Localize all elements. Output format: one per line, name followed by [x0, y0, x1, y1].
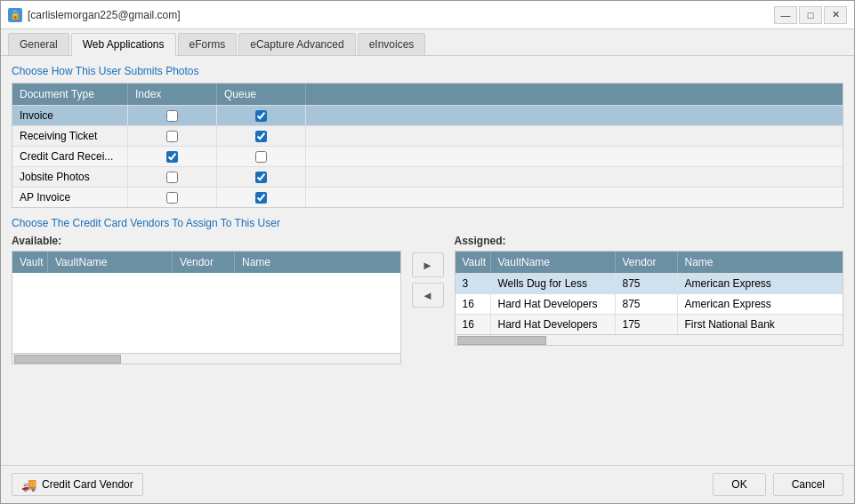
photos-table-wrapper: Document Type Index Queue Invoice: [12, 83, 843, 208]
tab-web-applications[interactable]: Web Applications: [71, 33, 176, 56]
table-row: Invoice: [12, 105, 843, 125]
index-cell: [128, 106, 217, 125]
assigned-vaultname: Wells Dug for Less: [491, 274, 616, 293]
title-bar-controls: — □ ✕: [774, 6, 847, 24]
receiving-queue-checkbox[interactable]: [255, 131, 267, 142]
assigned-vaultname: Hard Hat Developers: [491, 294, 616, 314]
table-row: Credit Card Recei...: [12, 146, 843, 166]
apinvoice-queue-checkbox[interactable]: [255, 192, 267, 204]
truck-icon: 🚚: [21, 477, 36, 492]
footer-right: OK Cancel: [713, 473, 843, 496]
assigned-vendor: 175: [616, 315, 678, 334]
vendors-section-label: Choose The Credit Card Vendors To Assign…: [12, 217, 843, 229]
cc-vendor-label: Credit Card Vendor: [42, 478, 133, 491]
assigned-col-vendor: Vendor: [616, 252, 678, 273]
assigned-scrollbar-thumb[interactable]: [457, 336, 546, 345]
cc-vendor-button[interactable]: 🚚 Credit Card Vendor: [12, 473, 143, 496]
assigned-panel: Assigned: Vault VaultName Vendor Name 3 …: [455, 235, 844, 346]
doc-type-cell: AP Invoice: [12, 188, 128, 207]
assigned-name: First National Bank: [678, 315, 843, 334]
queue-cell: [217, 106, 306, 125]
footer: 🚚 Credit Card Vendor OK Cancel: [1, 465, 854, 503]
minimize-button[interactable]: —: [774, 6, 797, 24]
table-row: Jobsite Photos: [12, 166, 843, 187]
assigned-scrollbar[interactable]: [455, 335, 844, 346]
title-bar: 🔒 [carlislemorgan225@gmail.com] — □ ✕: [1, 1, 854, 29]
assigned-label: Assigned:: [455, 235, 844, 247]
extra-cell: [306, 188, 843, 207]
close-button[interactable]: ✕: [824, 6, 847, 24]
transfer-buttons: ► ◄: [401, 252, 455, 308]
transfer-right-button[interactable]: ►: [412, 252, 444, 277]
doc-type-cell: Jobsite Photos: [12, 167, 128, 187]
vendor-panels: Available: Vault VaultName Vendor Name: [12, 235, 843, 456]
assigned-table-row[interactable]: 16 Hard Hat Developers 875 American Expr…: [456, 293, 843, 314]
index-cell: [128, 167, 217, 187]
available-scrollbar-thumb[interactable]: [14, 355, 121, 364]
extra-cell: [306, 126, 843, 146]
maximize-button[interactable]: □: [799, 6, 822, 24]
doc-type-cell: Credit Card Recei...: [12, 147, 128, 166]
vendors-section: Choose The Credit Card Vendors To Assign…: [12, 217, 843, 456]
assigned-table-row[interactable]: 16 Hard Hat Developers 175 First Nationa…: [456, 314, 843, 334]
assigned-vault: 3: [456, 274, 491, 293]
extra-cell: [306, 147, 843, 166]
col-queue: Queue: [217, 84, 306, 105]
avail-col-vendor: Vendor: [173, 252, 235, 273]
table-row: Receiving Ticket: [12, 125, 843, 146]
jobsite-index-checkbox[interactable]: [166, 172, 178, 183]
doc-type-cell: Receiving Ticket: [12, 126, 128, 146]
available-table-wrapper: Vault VaultName Vendor Name: [12, 251, 401, 354]
cancel-button[interactable]: Cancel: [773, 473, 843, 496]
transfer-left-button[interactable]: ◄: [412, 283, 444, 308]
assigned-vendor: 875: [616, 274, 678, 293]
col-empty: [306, 84, 843, 105]
assigned-vendor: 875: [616, 294, 678, 314]
assigned-table-header: Vault VaultName Vendor Name: [456, 252, 843, 273]
index-cell: [128, 188, 217, 207]
ok-button[interactable]: OK: [713, 473, 765, 496]
photos-table-header: Document Type Index Queue: [12, 84, 843, 105]
available-scrollbar[interactable]: [12, 354, 401, 364]
tab-einvoices[interactable]: eInvoices: [358, 33, 426, 55]
assigned-table-row[interactable]: 3 Wells Dug for Less 875 American Expres…: [456, 273, 843, 293]
photos-section: Choose How This User Submits Photos Docu…: [12, 65, 843, 208]
ccrecei-index-checkbox[interactable]: [166, 151, 178, 163]
assigned-col-name: Name: [678, 252, 843, 273]
table-row: AP Invoice: [12, 187, 843, 207]
main-content: Choose How This User Submits Photos Docu…: [1, 56, 854, 465]
apinvoice-index-checkbox[interactable]: [166, 192, 178, 204]
assigned-name: American Express: [678, 274, 843, 293]
assigned-name: American Express: [678, 294, 843, 314]
window-title: [carlislemorgan225@gmail.com]: [28, 9, 774, 21]
doc-type-cell: Invoice: [12, 106, 128, 125]
tab-general[interactable]: General: [8, 33, 69, 55]
receiving-index-checkbox[interactable]: [166, 131, 178, 142]
assigned-vaultname: Hard Hat Developers: [491, 315, 616, 334]
photos-section-label: Choose How This User Submits Photos: [12, 65, 843, 77]
tab-eforms[interactable]: eForms: [178, 33, 238, 55]
col-doc-type: Document Type: [12, 84, 128, 105]
main-window: 🔒 [carlislemorgan225@gmail.com] — □ ✕ Ge…: [0, 0, 855, 504]
footer-left: 🚚 Credit Card Vendor: [12, 473, 143, 496]
avail-col-name: Name: [235, 252, 400, 273]
index-cell: [128, 147, 217, 166]
invoice-queue-checkbox[interactable]: [255, 110, 267, 122]
available-label: Available:: [12, 235, 401, 247]
invoice-index-checkbox[interactable]: [166, 110, 178, 122]
available-panel: Available: Vault VaultName Vendor Name: [12, 235, 401, 364]
queue-cell: [217, 167, 306, 187]
jobsite-queue-checkbox[interactable]: [255, 172, 267, 183]
ccrecei-queue-checkbox[interactable]: [255, 151, 267, 163]
col-index: Index: [128, 84, 217, 105]
extra-cell: [306, 167, 843, 187]
assigned-col-vaultname: VaultName: [491, 252, 616, 273]
tab-ecapture-advanced[interactable]: eCapture Advanced: [238, 33, 355, 55]
assigned-vault: 16: [456, 315, 491, 334]
available-table-body: [12, 273, 400, 353]
avail-col-vault: Vault: [12, 252, 48, 273]
assigned-table-wrapper: Vault VaultName Vendor Name 3 Wells Dug …: [455, 251, 844, 335]
index-cell: [128, 126, 217, 146]
queue-cell: [217, 188, 306, 207]
tab-bar: General Web Applications eForms eCapture…: [1, 29, 854, 56]
